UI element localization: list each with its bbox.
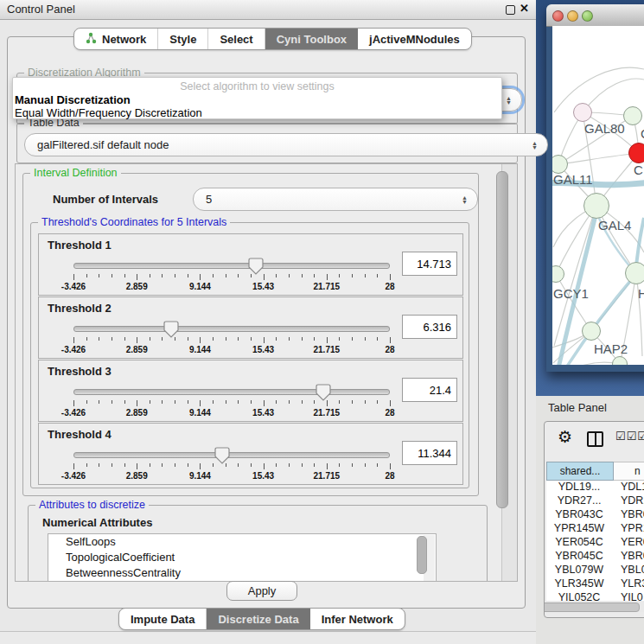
slider-thumb[interactable] xyxy=(214,447,230,464)
scrollbar-thumb[interactable] xyxy=(417,536,427,574)
network-node[interactable] xyxy=(573,103,592,122)
network-node[interactable] xyxy=(628,143,644,163)
float-window-icon[interactable] xyxy=(506,5,515,15)
name-cell[interactable]: YDR2 xyxy=(612,494,644,508)
cyni-bottom-tabs: Impute Data Discretize Data Infer Networ… xyxy=(118,608,405,630)
apply-button[interactable]: Apply xyxy=(226,581,297,601)
name-cell[interactable]: YLR3 xyxy=(612,577,644,591)
tick-mark xyxy=(314,463,315,467)
tick-mark xyxy=(73,463,74,469)
name-cell[interactable]: YER0 xyxy=(612,536,644,550)
scrollbar-thumb[interactable] xyxy=(544,603,640,612)
attributes-scrollbar[interactable] xyxy=(424,535,435,582)
table-row[interactable]: YDR27...YDR2 xyxy=(546,494,644,508)
network-canvas[interactable]: GAL80GCGAL11GAL4GCY1HHAP2 xyxy=(552,26,644,365)
threshold-value-input[interactable] xyxy=(402,252,457,276)
tab-select[interactable]: Select xyxy=(208,29,265,49)
table-horizontal-scrollbar[interactable] xyxy=(546,601,644,612)
attribute-item[interactable]: TopologicalCoefficient xyxy=(48,550,436,565)
threshold-value-input[interactable] xyxy=(402,378,457,402)
tab-cyni-toolbox[interactable]: Cyni Toolbox xyxy=(265,29,358,49)
shared-name-cell[interactable]: YBL079W xyxy=(546,564,612,577)
network-node[interactable] xyxy=(583,193,609,219)
column-header-name[interactable]: n xyxy=(614,462,644,481)
slider-thumb[interactable] xyxy=(248,258,264,275)
threshold-value-input[interactable] xyxy=(402,315,457,339)
threshold-slider[interactable]: -3.4262.8599.14415.4321.71528 xyxy=(70,257,393,291)
tick-label: 21.715 xyxy=(314,282,341,291)
tick-mark xyxy=(99,400,99,404)
node-label: H xyxy=(638,286,644,301)
name-cell[interactable]: YBR0 xyxy=(612,550,644,564)
gear-icon[interactable]: ⚙ xyxy=(558,427,572,447)
shared-name-cell[interactable]: YBR045C xyxy=(546,550,612,564)
tab-impute-data[interactable]: Impute Data xyxy=(119,609,207,629)
split-columns-icon[interactable] xyxy=(587,431,603,447)
tab-discretize-data[interactable]: Discretize Data xyxy=(207,609,309,629)
numerical-attributes-list[interactable]: SelfLoopsTopologicalCoefficientBetweenne… xyxy=(48,533,437,582)
threshold-value-input[interactable] xyxy=(402,441,457,465)
slider-track[interactable] xyxy=(73,326,390,332)
attribute-item[interactable]: SelfLoops xyxy=(48,534,436,550)
threshold-slider[interactable]: -3.4262.8599.14415.4321.71528 xyxy=(70,383,393,418)
tick-mark xyxy=(264,337,265,343)
shared-name-cell[interactable]: YDL19... xyxy=(546,481,612,494)
checkbox-icons[interactable]: ☑☑☑ xyxy=(615,430,644,443)
threshold-slider[interactable]: -3.4262.8599.14415.4321.71528 xyxy=(70,446,393,481)
table-row[interactable]: YBR045CYBR0 xyxy=(546,550,644,564)
shared-name-cell[interactable]: YER054C xyxy=(546,536,612,550)
table-row[interactable]: YER054CYER0 xyxy=(546,536,644,550)
tab-network[interactable]: Network xyxy=(74,29,158,49)
table-data-combo[interactable]: galFiltered.sif default node ▲▼ xyxy=(24,133,548,156)
network-node[interactable] xyxy=(625,262,644,284)
tick-mark xyxy=(352,337,353,341)
tab-jactivemnodules[interactable]: jActiveMNodules xyxy=(358,29,471,49)
scrollbar-thumb[interactable] xyxy=(496,171,508,508)
table-rows[interactable]: YDL19...YDL1YDR27...YDR2YBR043CYBR0YPR14… xyxy=(546,481,644,601)
tick-mark xyxy=(390,274,391,280)
tab-style[interactable]: Style xyxy=(158,29,208,49)
settings-vertical-scrollbar[interactable] xyxy=(501,164,517,581)
zoom-traffic-light[interactable] xyxy=(582,10,593,22)
tick-label: 15.43 xyxy=(252,345,274,354)
slider-thumb[interactable] xyxy=(316,384,331,401)
close-icon[interactable]: ✕ xyxy=(520,2,529,15)
tick-label: 21.715 xyxy=(314,471,341,481)
threshold-panel: Threshold 3-3.4262.8599.14415.4321.71528 xyxy=(38,360,463,422)
tab-infer-network[interactable]: Infer Network xyxy=(310,609,405,629)
tick-mark xyxy=(289,400,290,404)
network-node[interactable] xyxy=(623,106,642,125)
table-row[interactable]: YIL052CYIL0 xyxy=(546,591,644,601)
slider-track[interactable] xyxy=(73,389,390,395)
minimize-traffic-light[interactable] xyxy=(567,10,578,22)
number-of-intervals-combo[interactable]: 5 ▲▼ xyxy=(193,188,478,211)
name-cell[interactable]: YPR1 xyxy=(612,522,644,536)
tick-mark xyxy=(150,463,150,467)
tick-label: -3.426 xyxy=(61,471,86,481)
network-node[interactable] xyxy=(582,322,601,341)
slider-track[interactable] xyxy=(73,263,390,269)
attribute-item[interactable]: BetweennessCentrality xyxy=(48,565,436,581)
close-traffic-light[interactable] xyxy=(552,10,564,22)
name-cell[interactable]: YBL0 xyxy=(612,564,644,577)
threshold-slider[interactable]: -3.4262.8599.14415.4321.71528 xyxy=(70,320,393,354)
table-row[interactable]: YDL19...YDL1 xyxy=(546,481,644,494)
shared-name-cell[interactable]: YLR345W xyxy=(546,577,612,591)
popup-option-manual-discretization[interactable]: Manual Discretization xyxy=(15,93,131,106)
shared-name-cell[interactable]: YPR145W xyxy=(546,522,612,536)
name-cell[interactable]: YBR0 xyxy=(612,508,644,522)
popup-option-equal-width[interactable]: Equal Width/Frequency Discretization xyxy=(15,106,202,119)
tick-mark xyxy=(314,337,315,341)
shared-name-cell[interactable]: YBR043C xyxy=(546,508,612,522)
table-row[interactable]: YBL079WYBL0 xyxy=(546,564,644,577)
slider-track[interactable] xyxy=(73,452,390,458)
table-row[interactable]: YLR345WYLR3 xyxy=(546,577,644,591)
table-row[interactable]: YBR043CYBR0 xyxy=(546,508,644,522)
shared-name-cell[interactable]: YDR27... xyxy=(546,494,612,508)
shared-name-cell[interactable]: YIL052C xyxy=(546,591,612,601)
slider-thumb[interactable] xyxy=(163,321,179,338)
column-header-shared-name[interactable]: shared... xyxy=(546,462,614,481)
name-cell[interactable]: YDL1 xyxy=(612,481,644,494)
name-cell[interactable]: YIL0 xyxy=(612,591,644,601)
table-row[interactable]: YPR145WYPR1 xyxy=(546,522,644,536)
